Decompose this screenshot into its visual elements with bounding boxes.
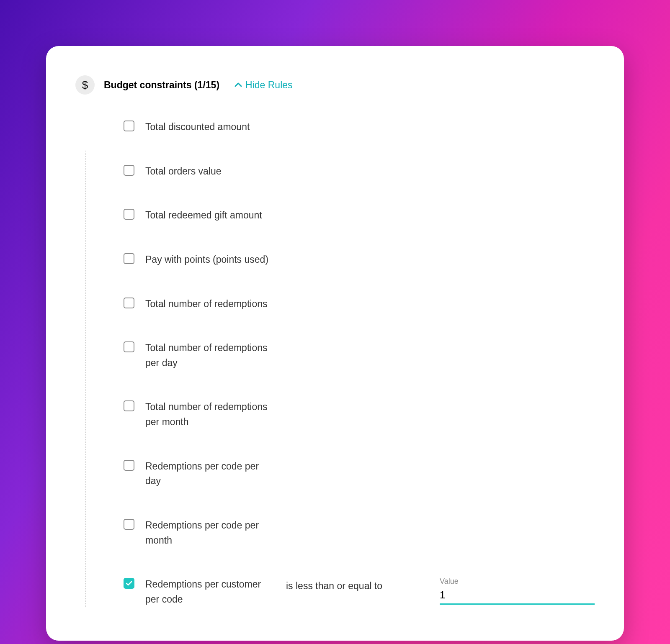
rule-label: Redemptions per code per month bbox=[145, 518, 275, 548]
rule-label: Redemptions per customer per code bbox=[145, 577, 275, 607]
timeline-line bbox=[85, 151, 86, 607]
checkbox[interactable] bbox=[124, 341, 134, 352]
checkbox[interactable] bbox=[124, 400, 134, 411]
rule-total-redemptions: Total number of redemptions bbox=[124, 297, 595, 312]
rule-total-redeemed-gift-amount: Total redeemed gift amount bbox=[124, 208, 595, 223]
rule-label: Total redeemed gift amount bbox=[145, 208, 262, 223]
dollar-icon: $ bbox=[75, 75, 95, 95]
checkbox[interactable] bbox=[124, 519, 134, 530]
checkbox[interactable] bbox=[124, 209, 134, 220]
rule-total-orders-value: Total orders value bbox=[124, 164, 595, 179]
checkbox[interactable] bbox=[124, 460, 134, 471]
checkbox[interactable] bbox=[124, 298, 134, 308]
rule-total-redemptions-per-month: Total number of redemptions per month bbox=[124, 400, 595, 429]
section-title: Budget constraints (1/15) bbox=[104, 80, 219, 91]
rule-extra: is less than or equal to Value bbox=[286, 577, 595, 605]
rule-label: Redemptions per code per day bbox=[145, 459, 275, 489]
checkbox[interactable] bbox=[124, 165, 134, 176]
rule-label: Total orders value bbox=[145, 164, 222, 179]
rule-redemptions-per-customer-per-code: Redemptions per customer per code is les… bbox=[124, 577, 595, 607]
hide-rules-toggle[interactable]: Hide Rules bbox=[234, 80, 293, 91]
section-header: $ Budget constraints (1/15) Hide Rules bbox=[75, 75, 595, 95]
rule-label: Total number of redemptions per month bbox=[145, 400, 275, 429]
rules-list: Total discounted amount Total orders val… bbox=[124, 120, 595, 607]
rule-label: Total number of redemptions bbox=[145, 297, 268, 312]
hide-rules-label: Hide Rules bbox=[245, 80, 293, 91]
rule-total-redemptions-per-day: Total number of redemptions per day bbox=[124, 341, 595, 370]
chevron-up-icon bbox=[234, 82, 242, 87]
checkbox[interactable] bbox=[124, 578, 134, 589]
rule-label: Total discounted amount bbox=[145, 120, 250, 135]
rule-total-discounted-amount: Total discounted amount bbox=[124, 120, 595, 135]
condition-text: is less than or equal to bbox=[286, 580, 382, 592]
rule-label: Pay with points (points used) bbox=[145, 252, 268, 267]
rule-pay-with-points: Pay with points (points used) bbox=[124, 252, 595, 267]
value-input[interactable] bbox=[440, 588, 595, 605]
rule-redemptions-per-code-per-month: Redemptions per code per month bbox=[124, 518, 595, 548]
value-label: Value bbox=[440, 577, 595, 586]
value-field: Value bbox=[440, 577, 595, 605]
rule-redemptions-per-code-per-day: Redemptions per code per day bbox=[124, 459, 595, 489]
rule-label: Total number of redemptions per day bbox=[145, 341, 275, 370]
checkbox[interactable] bbox=[124, 121, 134, 131]
dollar-glyph: $ bbox=[82, 79, 88, 92]
budget-constraints-card: $ Budget constraints (1/15) Hide Rules T… bbox=[46, 46, 624, 641]
checkbox[interactable] bbox=[124, 253, 134, 264]
